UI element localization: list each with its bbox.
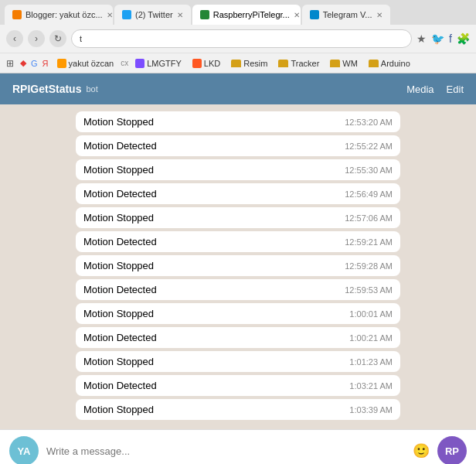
message-time: 1:01:23 AM — [349, 357, 393, 367]
message-row: Motion Stopped12:53:20 AM — [76, 111, 400, 132]
message-text: Motion Detected — [83, 188, 345, 200]
address-bar[interactable] — [71, 29, 412, 48]
tab-raspberrypi-label: RaspberryPiTelegr... — [213, 10, 290, 19]
raspberrypi-favicon — [200, 10, 209, 19]
wm-icon — [330, 60, 340, 67]
message-time: 12:53:20 AM — [345, 118, 393, 127]
message-text: Motion Stopped — [83, 356, 349, 367]
twitter-favicon — [122, 10, 131, 19]
message-time: 12:56:49 AM — [345, 189, 393, 199]
blogger-bm-icon — [57, 59, 66, 68]
message-text: Motion Stopped — [83, 260, 345, 271]
message-text: Motion Stopped — [83, 116, 345, 128]
favicon-g: G — [31, 59, 38, 68]
message-row: Motion Detected1:00:21 AM — [76, 327, 400, 348]
tab-telegram[interactable]: Telegram V... ✕ — [302, 5, 390, 25]
blogger-favicon — [12, 10, 22, 19]
tab-telegram-close[interactable]: ✕ — [376, 11, 382, 19]
bookmark-star[interactable]: ★ — [416, 32, 427, 45]
message-text: Motion Detected — [83, 380, 349, 391]
bookmark-tracker-label: Tracker — [291, 59, 319, 68]
edit-button[interactable]: Edit — [447, 84, 464, 95]
tab-bar: Blogger: yakut özc... ✕ (2) Twitter ✕ Ra… — [0, 0, 476, 25]
message-time: 12:57:06 AM — [345, 213, 393, 223]
tab-blogger-label: Blogger: yakut özc... — [26, 10, 103, 19]
lmgtfy-icon — [135, 59, 144, 68]
tab-blogger-close[interactable]: ✕ — [107, 11, 113, 19]
bookmarks-bar: ⊞ ◆ G Я yakut özcan cx LMGTFY LKD Resim … — [0, 53, 476, 73]
message-time: 12:59:21 AM — [345, 237, 393, 247]
message-row: Motion Stopped12:57:06 AM — [76, 207, 400, 228]
media-button[interactable]: Media — [406, 84, 434, 95]
apps-icon: ⊞ — [6, 58, 14, 69]
bot-name: RPIGetStatus — [12, 83, 81, 95]
tracker-icon — [278, 60, 288, 67]
arduino-icon — [369, 60, 379, 67]
message-text: Motion Stopped — [83, 404, 349, 415]
message-time: 1:00:21 AM — [349, 333, 393, 343]
message-text: Motion Stopped — [83, 308, 349, 319]
message-text: Motion Stopped — [83, 164, 345, 176]
message-time: 1:03:39 AM — [349, 405, 393, 415]
message-text: Motion Detected — [83, 236, 345, 247]
resim-icon — [231, 60, 241, 67]
tab-twitter[interactable]: (2) Twitter ✕ — [114, 5, 191, 25]
facebook-icon: f — [449, 32, 452, 45]
back-button[interactable]: ‹ — [6, 30, 23, 47]
forward-button[interactable]: › — [28, 30, 45, 47]
message-text: Motion Detected — [83, 332, 349, 343]
tab-twitter-close[interactable]: ✕ — [177, 11, 183, 19]
message-text: Motion Stopped — [83, 212, 345, 223]
message-time: 12:55:22 AM — [345, 142, 393, 151]
message-row: Motion Detected1:03:21 AM — [76, 375, 400, 396]
avatar-rp: RP — [437, 436, 467, 464]
yandex-icon: Я — [42, 59, 49, 68]
message-row: Motion Stopped12:55:30 AM — [76, 159, 400, 180]
message-row: Motion Stopped1:01:23 AM — [76, 351, 400, 372]
telegram-favicon — [310, 10, 319, 19]
avatar-ya: YA — [9, 436, 39, 464]
message-row: Motion Detected12:59:21 AM — [76, 231, 400, 252]
message-input[interactable] — [46, 445, 405, 457]
bookmark-lmgtfy[interactable]: LMGTFY — [131, 57, 185, 70]
message-text: Motion Detected — [83, 284, 345, 295]
bookmark-blogger[interactable]: yakut özcan — [53, 57, 118, 70]
bookmark-wm[interactable]: WM — [326, 57, 362, 70]
message-time: 12:59:28 AM — [345, 261, 393, 271]
message-time: 1:00:01 AM — [349, 309, 393, 319]
bookmark-cx[interactable]: cx — [121, 59, 128, 67]
twitter-icon: 🐦 — [431, 32, 444, 45]
message-row: Motion Stopped12:59:28 AM — [76, 255, 400, 276]
tab-raspberrypi-close[interactable]: ✕ — [294, 11, 300, 19]
extension-icon: 🧩 — [457, 32, 470, 45]
lkd-icon — [192, 59, 202, 68]
tab-raspberrypi[interactable]: RaspberryPiTelegr... ✕ — [192, 5, 301, 25]
message-row: Motion Stopped1:03:39 AM — [76, 399, 400, 420]
browser-chrome: Blogger: yakut özc... ✕ (2) Twitter ✕ Ra… — [0, 0, 476, 73]
tab-blogger[interactable]: Blogger: yakut özc... ✕ — [5, 5, 113, 25]
bot-sub: bot — [86, 84, 97, 94]
message-time: 12:59:53 AM — [345, 285, 393, 295]
message-row: Motion Detected12:59:53 AM — [76, 279, 400, 300]
telegram-header: RPIGetStatus bot Media Edit — [0, 73, 476, 104]
message-time: 12:55:30 AM — [345, 165, 393, 175]
bookmark-resim[interactable]: Resim — [227, 57, 271, 70]
bookmark-tracker[interactable]: Tracker — [274, 57, 323, 70]
message-row: Motion Stopped1:00:01 AM — [76, 303, 400, 324]
bookmark-wm-label: WM — [342, 59, 358, 68]
emoji-button[interactable]: 🙂 — [413, 442, 430, 459]
tab-telegram-label: Telegram V... — [323, 10, 372, 19]
bookmark-blogger-label: yakut özcan — [69, 59, 114, 68]
message-row: Motion Detected12:55:22 AM — [76, 135, 400, 156]
message-text: Motion Detected — [83, 140, 345, 152]
header-actions: Media Edit — [406, 84, 464, 95]
message-row: Motion Detected12:56:49 AM — [76, 183, 400, 204]
bookmark-lkd-label: LKD — [204, 59, 220, 68]
reload-button[interactable]: ↻ — [49, 30, 66, 47]
bookmark-lkd[interactable]: LKD — [189, 57, 224, 70]
bookmark-arduino-label: Arduino — [381, 59, 410, 68]
message-time: 1:03:21 AM — [349, 381, 393, 391]
bookmark-resim-label: Resim — [243, 59, 267, 68]
bookmark-arduino[interactable]: Arduino — [365, 57, 414, 70]
bookmark-lmgtfy-label: LMGTFY — [147, 59, 182, 68]
